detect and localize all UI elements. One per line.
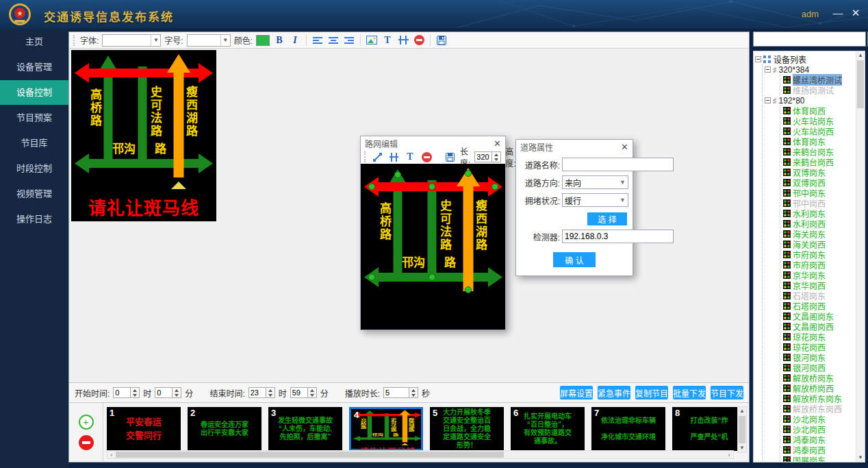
align-center-icon[interactable]	[327, 34, 340, 47]
start-hour-spinner[interactable]	[113, 387, 140, 398]
device-tree-item[interactable]: 石塔岗西	[783, 301, 855, 311]
device-tree-item[interactable]: 鸿泰岗东	[783, 434, 855, 445]
frame-thumbnail-8[interactable]: 8 打击改装“炸 严查严处“机	[672, 407, 738, 451]
scroll-up-arrow[interactable]: ▲	[738, 407, 746, 415]
device-tree-item[interactable]: 石塔岗东	[783, 291, 855, 301]
minimize-button[interactable]: —	[831, 7, 845, 19]
device-tree-item[interactable]: 水利岗西	[783, 219, 855, 229]
device-search-input[interactable]	[753, 32, 866, 47]
start-min-spinner[interactable]	[155, 387, 181, 398]
device-tree-item[interactable]: 市府岗西	[783, 260, 855, 270]
end-min-input[interactable]	[290, 387, 308, 398]
roadnet-edit-canvas[interactable]: 高桥路 史可法路 瘦西湖路 邗沟 路 请礼让斑马线	[361, 164, 505, 330]
delete-tool-icon[interactable]	[413, 34, 425, 47]
align-left-icon[interactable]	[311, 34, 324, 47]
text-tool-button[interactable]: T	[381, 34, 394, 47]
device-tree-item[interactable]: 来鹤台岗西	[783, 157, 855, 167]
confirm-button[interactable]: 确 认	[553, 252, 596, 267]
device-tree-item[interactable]: 琼花岗东	[783, 332, 855, 342]
close-button[interactable]: ✕	[849, 7, 863, 19]
sidebar-item[interactable]: 设备管理	[0, 55, 68, 79]
end-min-spinner[interactable]	[290, 387, 317, 398]
scroll-down-arrow[interactable]: ▼	[856, 454, 865, 462]
device-tree-item[interactable]: 解放桥东岗东	[783, 393, 855, 404]
device-tree-item[interactable]: 银河岗东	[783, 352, 855, 362]
save-icon[interactable]	[435, 34, 448, 47]
sidebar-item[interactable]: 节目库	[0, 131, 68, 156]
device-tree-item[interactable]: 解放桥岗东	[783, 373, 855, 383]
device-tree-item[interactable]: 京华岗西	[783, 280, 855, 291]
length-spinner[interactable]	[474, 151, 501, 162]
scroll-down-arrow[interactable]: ▼	[738, 444, 746, 452]
device-tree-item[interactable]: 文昌阁岗西	[783, 321, 855, 332]
frame-thumbnail-4-selected[interactable]: 4	[349, 407, 423, 451]
tree-group-320x384[interactable]: ♯ 320*384	[765, 64, 855, 75]
sidebar-item[interactable]: 主页	[0, 29, 68, 54]
led-display-preview[interactable]: 高桥路 史可法路 瘦西湖路 邗沟 路 请礼让斑马线	[71, 50, 216, 221]
device-tree-item[interactable]: 体育岗东	[783, 136, 855, 147]
device-tree-item[interactable]: 维扬岗测试	[783, 85, 855, 95]
design-canvas[interactable]: 高桥路 史可法路 瘦西湖路 邗沟 路 请礼让斑马线 路网编辑 ✕ T 长度:	[69, 49, 749, 382]
font-family-dropdown[interactable]: ▼	[102, 34, 161, 47]
device-tree-item[interactable]: 邗中岗东	[783, 188, 855, 198]
draw-road-icon[interactable]	[371, 151, 383, 163]
italic-button[interactable]: I	[289, 34, 301, 47]
device-tree-item[interactable]: 来鹤台岗东	[783, 147, 855, 157]
align-right-icon[interactable]	[343, 34, 355, 47]
detector-input[interactable]	[562, 230, 674, 243]
emergency-event-button[interactable]: 紧急事件	[598, 386, 630, 399]
device-tree-item[interactable]: 京华岗东	[783, 270, 855, 280]
frame-thumbnail-2[interactable]: 2 春运安全连万家 出行平安靠大家	[188, 407, 261, 451]
collapse-icon[interactable]	[765, 66, 771, 73]
device-tree-item[interactable]: 解放桥岗西	[783, 383, 855, 393]
frame-thumbnail-1[interactable]: 1 平安春运 交警同行	[107, 407, 181, 451]
collapse-icon[interactable]	[755, 56, 761, 62]
batch-send-button[interactable]: 批量下发	[673, 386, 706, 399]
duration-spinner[interactable]	[383, 387, 418, 398]
sidebar-item[interactable]: 时段控制	[0, 156, 68, 181]
start-min-input[interactable]	[155, 387, 173, 398]
tree-group-192x80[interactable]: ♯ 192*80	[765, 95, 855, 106]
sidebar-item[interactable]: 操作日志	[0, 207, 68, 232]
scrollbar-thumb[interactable]	[739, 416, 745, 443]
scroll-right-arrow[interactable]: ›	[725, 452, 733, 458]
scrollbar-thumb[interactable]	[857, 60, 864, 108]
device-tree-item[interactable]: 市府岗东	[783, 249, 855, 260]
frame-thumbnail-3[interactable]: 3 发生轻微交通事故 “人未伤，车能动, 先拍照，后撤离”	[268, 407, 342, 451]
length-input[interactable]	[474, 151, 492, 162]
roadnet-edit-diagram[interactable]: 高桥路 史可法路 瘦西湖路 邗沟 路 请礼让斑马线	[361, 164, 505, 330]
tree-root[interactable]: 设备列表	[755, 54, 855, 64]
scrollbar-thumb[interactable]	[116, 452, 504, 458]
device-tree-item[interactable]: 沙北岗西	[783, 424, 855, 434]
end-hour-input[interactable]	[248, 387, 266, 398]
add-frame-button[interactable]: +	[79, 415, 94, 430]
props-dialog-titlebar[interactable]: 道路属性 ✕	[516, 140, 633, 153]
device-tree-item[interactable]: 琼花岗西	[783, 342, 855, 352]
copy-program-button[interactable]: 复制节目	[635, 386, 668, 399]
end-hour-spinner[interactable]	[248, 387, 275, 398]
device-tree-item[interactable]: 螺丝湾桥测试	[783, 75, 855, 85]
filmstrip-horizontal-scrollbar[interactable]: ‹ ›	[107, 450, 734, 459]
scroll-left-arrow[interactable]: ‹	[107, 452, 116, 458]
remove-frame-button[interactable]	[79, 435, 94, 450]
device-tree-item[interactable]: 沙北岗东	[783, 414, 855, 424]
device-tree-item[interactable]: 火车站岗西	[783, 126, 855, 136]
device-tree-item[interactable]: 银河岗西	[783, 362, 855, 373]
bold-button[interactable]: B	[273, 34, 285, 47]
road-tool-icon[interactable]	[397, 34, 409, 47]
frame-thumbnail-6[interactable]: 6 扎实开展电动车 “百日整治”， 有效预防道路交 通事故。	[511, 407, 585, 451]
device-tree-item[interactable]: 国展岗东	[783, 455, 855, 462]
device-tree-item[interactable]: 鸿泰岗西	[783, 445, 855, 455]
device-tree-item[interactable]: 体育岗西	[783, 106, 855, 116]
filmstrip-vertical-scrollbar[interactable]: ▲ ▼	[737, 406, 747, 453]
device-tree-item[interactable]: 火车站岗东	[783, 116, 855, 126]
tree-scrollbar[interactable]: ▲ ▼	[856, 51, 865, 462]
congestion-select[interactable]: 缓行▼	[562, 193, 628, 207]
select-detector-button[interactable]: 选 择	[587, 212, 627, 225]
road-direction-select[interactable]: 来向▼	[562, 175, 628, 189]
duration-input[interactable]	[383, 387, 409, 398]
delete-tool-icon[interactable]	[420, 151, 433, 163]
device-tree-item[interactable]: 海关岗西	[783, 239, 855, 249]
spinner-arrows[interactable]	[492, 151, 501, 162]
screen-settings-button[interactable]: 屏幕设置	[560, 386, 593, 399]
